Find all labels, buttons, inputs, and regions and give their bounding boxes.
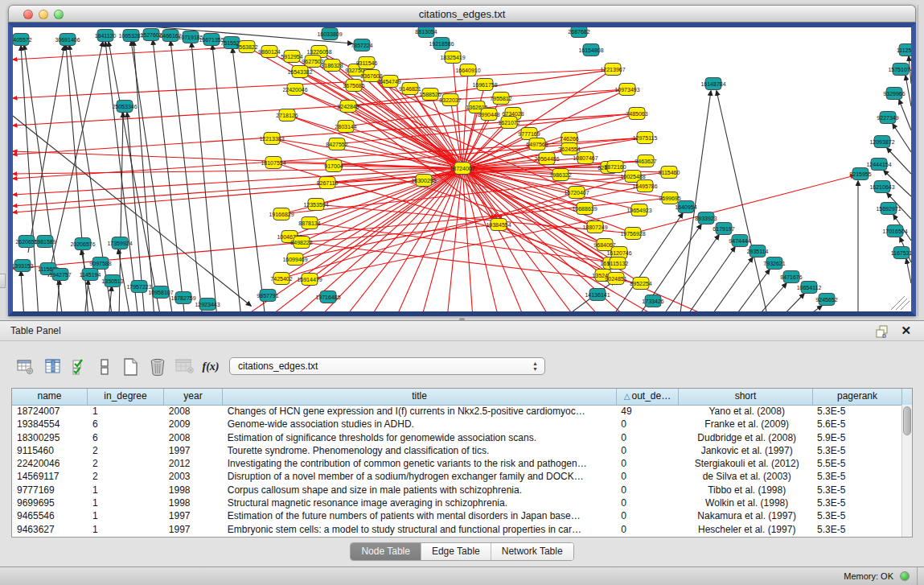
graph-node[interactable]: 8186328 xyxy=(321,60,343,72)
graph-node[interactable]: 12213383 xyxy=(259,133,284,145)
table-row[interactable]: 1872400712008Changes of HCN gene express… xyxy=(12,405,901,418)
table-row[interactable]: 2242004622012Investigating the contribut… xyxy=(12,457,901,470)
graph-node[interactable]: 12213967 xyxy=(600,64,625,76)
graph-node[interactable]: 1640954 xyxy=(675,201,696,213)
graph-node[interactable]: 7425402 xyxy=(270,273,292,285)
tab-edge-table[interactable]: Edge Table xyxy=(421,543,491,560)
network-graph[interactable]: 2405572306914061841120106532871527602646… xyxy=(13,27,911,311)
scrollbar-thumb[interactable] xyxy=(903,406,911,435)
graph-node[interactable]: 1981589 xyxy=(34,236,55,248)
graph-node[interactable]: 16099469 xyxy=(282,253,307,266)
table-row[interactable]: 911546021997Tourette syndrome. Phenomeno… xyxy=(12,444,901,457)
table-row[interactable]: 1830029562008Estimation of significance … xyxy=(12,431,901,444)
column-header-short[interactable]: short xyxy=(679,389,813,405)
graph-edge[interactable] xyxy=(21,271,24,311)
graph-node[interactable]: 7932621 xyxy=(763,257,785,270)
graph-node[interactable]: 6179197 xyxy=(713,223,734,235)
graph-edge[interactable] xyxy=(685,247,735,311)
graph-node[interactable]: 1350513 xyxy=(101,275,123,287)
graph-node[interactable]: 917004 xyxy=(324,160,343,172)
column-header-pagerank[interactable]: pagerank xyxy=(813,389,902,405)
column-header-in_degree[interactable]: in_degree xyxy=(88,389,164,405)
graph-node[interactable]: 8990448 xyxy=(478,109,499,121)
column-header-name[interactable]: name xyxy=(12,389,88,405)
column-header-year[interactable]: year xyxy=(164,389,223,405)
function-builder-button[interactable]: f(x) xyxy=(199,356,222,378)
graph-node[interactable]: 7955812 xyxy=(490,93,511,105)
split-divider-handle[interactable] xyxy=(0,274,6,288)
graph-node[interactable]: 2935114 xyxy=(747,245,769,257)
graph-node[interactable]: 30691406 xyxy=(55,34,80,46)
graph-node[interactable]: 14136141 xyxy=(585,289,610,301)
delete-table-button[interactable] xyxy=(174,356,196,378)
network-window-titlebar[interactable]: citations_edges.txt xyxy=(8,5,916,23)
graph-node[interactable]: 9474444 xyxy=(729,235,750,247)
graph-node[interactable]: 15751074 xyxy=(888,64,911,76)
graph-edge[interactable] xyxy=(13,47,247,60)
graph-node[interactable]: 1942757 xyxy=(49,269,71,281)
graph-node[interactable]: 12093872 xyxy=(869,136,894,148)
graph-node[interactable]: 16782759 xyxy=(170,292,195,304)
graph-edge[interactable] xyxy=(13,168,462,174)
float-window-icon[interactable] xyxy=(876,325,889,338)
graph-edge[interactable] xyxy=(13,116,251,306)
graph-edge[interactable] xyxy=(780,294,804,311)
graph-edge[interactable] xyxy=(804,306,822,311)
graph-node[interactable]: 10688639 xyxy=(572,203,597,215)
graph-node[interactable]: 20206576 xyxy=(70,238,95,250)
graph-node[interactable]: 9242848 xyxy=(337,101,359,113)
graph-node[interactable]: 5912954 xyxy=(281,51,302,63)
graph-node[interactable]: 18107554 xyxy=(261,157,285,169)
graph-node[interactable]: 1112539 xyxy=(897,44,911,56)
graph-node[interactable]: 1733426 xyxy=(642,295,663,307)
tab-node-table[interactable]: Node Table xyxy=(351,543,421,560)
table-selector-dropdown[interactable]: citations_edges.txt ▲▼ xyxy=(229,357,545,375)
graph-node[interactable]: 3675685 xyxy=(343,80,364,92)
graph-node[interactable]: 8427552 xyxy=(326,138,347,150)
graph-edge[interactable] xyxy=(302,242,641,283)
graph-node[interactable]: 12444154 xyxy=(866,159,891,171)
graph-node[interactable]: 16210643 xyxy=(869,181,894,193)
graph-node[interactable]: 6497568 xyxy=(526,138,548,150)
vertical-scrollbar[interactable] xyxy=(901,405,912,537)
graph-node[interactable]: 16154808 xyxy=(578,44,603,56)
graph-node[interactable]: 2405572 xyxy=(13,34,32,46)
column-header-title[interactable]: title xyxy=(223,389,617,405)
column-header-out_de[interactable]: △out_de… xyxy=(617,389,679,405)
graph-node[interactable]: 9115460 xyxy=(659,167,680,179)
graph-node[interactable]: 18325419 xyxy=(440,51,465,64)
graph-node[interactable]: 9097588 xyxy=(89,257,111,270)
graph-node[interactable]: 8498222 xyxy=(290,237,312,249)
graph-edge[interactable] xyxy=(13,168,462,195)
graph-edge[interactable] xyxy=(170,41,203,311)
tab-network-table[interactable]: Network Table xyxy=(491,543,573,560)
graph-edge[interactable] xyxy=(893,124,911,152)
graph-node[interactable]: 19218586 xyxy=(429,38,454,50)
graph-edge[interactable] xyxy=(906,76,911,106)
graph-edge[interactable] xyxy=(290,198,670,237)
graph-node[interactable]: 9227349 xyxy=(877,112,898,124)
new-file-button[interactable] xyxy=(119,356,142,378)
select-all-button[interactable] xyxy=(69,356,92,378)
graph-node[interactable]: 8878134 xyxy=(298,217,320,229)
graph-node[interactable]: 9146821 xyxy=(399,83,421,95)
graph-edge[interactable] xyxy=(13,69,613,98)
table-row[interactable]: 969969511998Structural magnetic resonanc… xyxy=(12,496,901,509)
graph-node[interactable]: 2803144 xyxy=(335,121,356,133)
graph-edge[interactable] xyxy=(153,40,185,311)
graph-node[interactable]: 9024851 xyxy=(605,273,626,285)
graph-node[interactable]: 2718126 xyxy=(276,109,298,122)
graph-node[interactable]: 19716485 xyxy=(315,291,340,303)
graph-node[interactable]: 9115132 xyxy=(607,257,629,270)
delete-button[interactable] xyxy=(146,356,169,378)
graph-node[interactable]: 9699695 xyxy=(659,192,680,204)
graph-node[interactable]: 8872160 xyxy=(604,161,626,173)
graph-node[interactable]: 8471676 xyxy=(780,271,802,283)
graph-node[interactable]: 19654923 xyxy=(626,204,651,216)
graph-node[interactable]: 8215955 xyxy=(849,168,871,180)
graph-node[interactable]: 1621072 xyxy=(498,117,519,129)
table-row[interactable]: 946362711997Embryonic stem cells: a mode… xyxy=(12,523,901,536)
graph-node[interactable]: 8933923 xyxy=(695,212,717,225)
graph-node[interactable]: 7986322 xyxy=(549,169,571,181)
graph-node[interactable]: 9311546 xyxy=(356,57,378,69)
